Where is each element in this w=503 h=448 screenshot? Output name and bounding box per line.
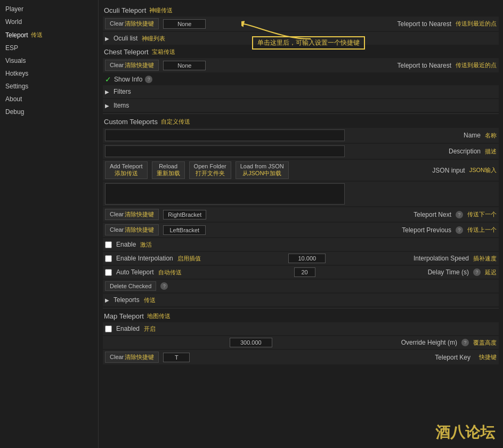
open-folder-button[interactable]: Open Folder 打开文件夹 [189,161,231,179]
oculi-teleport-header: Oculi Teleport 神瞳传送 [103,4,499,17]
name-chinese: 名称 [485,132,497,140]
sidebar-item-label: World [5,18,22,26]
chest-teleport-header: Chest Teleport 宝箱传送 [103,46,499,58]
map-enabled-checkbox[interactable] [105,325,112,332]
desc-label: Description [449,148,481,155]
desc-input[interactable] [105,145,345,157]
map-enabled-row: Enabled 开启 [103,322,499,335]
teleports-chinese: 传送 [144,296,156,304]
enable-interp-checkbox[interactable] [105,255,112,262]
auto-teleport-value[interactable]: 20 [294,267,315,277]
override-height-hint: ? [461,339,469,346]
json-textarea[interactable] [105,183,345,205]
reload-button[interactable]: Reload 重新加载 [152,161,185,179]
enable-interp-chinese: 启用插值 [177,255,201,263]
delete-checked-button[interactable]: Delete Checked [105,281,156,291]
items-arrow[interactable]: ▶ [105,103,109,109]
interp-value[interactable]: 10.000 [288,254,326,263]
chest-teleport-section: Chest Teleport 宝箱传送 Clear清除快捷键 None Tele… [103,46,499,72]
watermark: 酒八论坛 [435,422,495,443]
map-height-row: 300.000 Override Height (m) ? 覆盖高度 [103,336,499,349]
oculi-keybind-area: Clear清除快捷键 None Teleport to Nearest 传送到最… [103,17,499,31]
teleport-next-keybind[interactable]: RightBracket [163,210,206,219]
map-clear-button[interactable]: Clear清除快捷键 [105,352,159,363]
sidebar-item-settings[interactable]: Settings [0,80,98,93]
teleport-prev-keybind[interactable]: LeftBracket [163,225,206,235]
oculi-list-label: Oculi list [113,35,137,42]
sidebar-item-visuals[interactable]: Visuals [0,54,98,67]
map-enabled-chinese: 开启 [144,325,156,333]
teleport-key-chinese: 快捷键 [479,353,497,361]
chest-clear-button[interactable]: Clear清除快捷键 [105,60,159,71]
chest-keybind-input[interactable]: None [163,61,206,70]
filters-arrow[interactable]: ▶ [105,89,109,95]
sidebar-item-label: Visuals [5,57,26,64]
enable-chinese: 激活 [140,241,152,249]
sidebar-item-label: Player [5,5,23,13]
oculi-keybind-input[interactable]: None [163,19,206,29]
chest-nearest-label: Teleport to Nearest [397,62,451,69]
sidebar-item-label: Debug [5,108,24,116]
interp-speed-label: Interpolation Speed [413,255,469,262]
teleport-prev-clear-button[interactable]: Clear清除快捷键 [105,224,159,235]
json-input-chinese: JSON输入 [469,166,497,174]
oculi-teleport-chinese: 神瞳传送 [149,6,173,14]
oculi-clear-button[interactable]: Clear清除快捷键 [105,18,159,29]
divider-2 [103,308,499,308]
sidebar-item-label: Settings [5,83,28,90]
sidebar-item-about[interactable]: About [0,93,98,105]
load-json-button[interactable]: Load from JSON 从JSON中加载 [236,161,289,179]
teleport-next-hint: ? [456,211,463,218]
map-enabled-label: Enabled [116,325,140,332]
oculi-list-row: ▶ Oculi list 神瞳列表 [103,32,499,45]
show-info-checkmark[interactable]: ✓ [105,75,111,84]
add-teleport-button[interactable]: Add Teleport 添加传送 [105,161,148,179]
override-height-chinese: 覆盖高度 [473,339,497,347]
custom-teleports-label: Custom Teleports [104,118,158,126]
enable-interp-label: Enable Interpolation [116,255,173,262]
auto-teleport-label: Auto Teleport [116,268,154,276]
json-input-row [103,182,499,206]
teleport-next-clear-button[interactable]: Clear清除快捷键 [105,209,159,220]
json-input-label: JSON input [432,167,465,174]
sidebar-item-hotkeys[interactable]: Hotkeys [0,67,98,80]
auto-teleport-row: Auto Teleport自动传送 20 Delay Time (s) ? 延迟 [103,266,499,279]
enable-checkbox[interactable] [105,241,112,248]
custom-teleports-section: Custom Teleports 自定义传送 Name 名称 Descripti… [103,116,499,306]
sidebar: Player World Teleport 传送 ESP Visuals Hot… [0,0,99,448]
items-label: Items [113,102,129,109]
teleport-next-label: Teleport Next [413,211,451,218]
name-desc-row: Name 名称 [103,128,499,143]
teleports-label: Teleports [113,296,140,304]
sidebar-item-teleport[interactable]: Teleport 传送 [0,28,98,42]
map-teleport-keybind[interactable]: T [163,353,190,362]
sidebar-item-player[interactable]: Player [0,3,98,15]
height-value[interactable]: 300.000 [230,338,272,347]
map-teleport-section: Map Teleport 地图传送 Enabled 开启 300.000 Ove… [103,310,499,364]
auto-teleport-checkbox[interactable] [105,269,112,276]
teleports-arrow[interactable]: ▶ [105,297,109,303]
oculi-list-arrow[interactable]: ▶ [105,36,109,42]
name-input[interactable] [105,129,345,141]
teleport-next-row: Clear清除快捷键 RightBracket Teleport Next ? … [103,207,499,222]
delay-label: Delay Time (s) [428,268,469,276]
oculi-teleport-label: Oculi Teleport [104,6,146,14]
sidebar-item-esp[interactable]: ESP [0,42,98,54]
sidebar-item-world[interactable]: World [0,15,98,28]
show-info-label: Show Info [114,76,142,83]
enable-label: Enable [116,241,136,248]
filters-row: ▶ Filters [103,85,499,98]
teleport-prev-label: Teleport Previous [402,226,451,234]
items-row: ▶ Items [103,99,499,112]
map-teleport-header: Map Teleport 地图传送 [103,310,499,322]
teleports-collapse-row: ▶ Teleports 传送 [103,294,499,306]
teleport-prev-hint: ? [456,226,463,234]
oculi-list-chinese: 神瞳列表 [142,35,165,43]
oculi-clear-row: Clear清除快捷键 None Teleport to Nearest 传送到最… [103,17,499,31]
enable-interp-row: Enable Interpolation 启用插值 10.000 Interpo… [103,252,499,265]
sidebar-item-label: ESP [5,44,18,52]
sidebar-item-debug[interactable]: Debug [0,105,98,118]
map-teleport-chinese: 地图传送 [147,312,171,320]
teleport-prev-row: Clear清除快捷键 LeftBracket Teleport Previous… [103,223,499,237]
action-buttons-row: Add Teleport 添加传送 Reload 重新加载 Open Folde… [103,160,499,181]
